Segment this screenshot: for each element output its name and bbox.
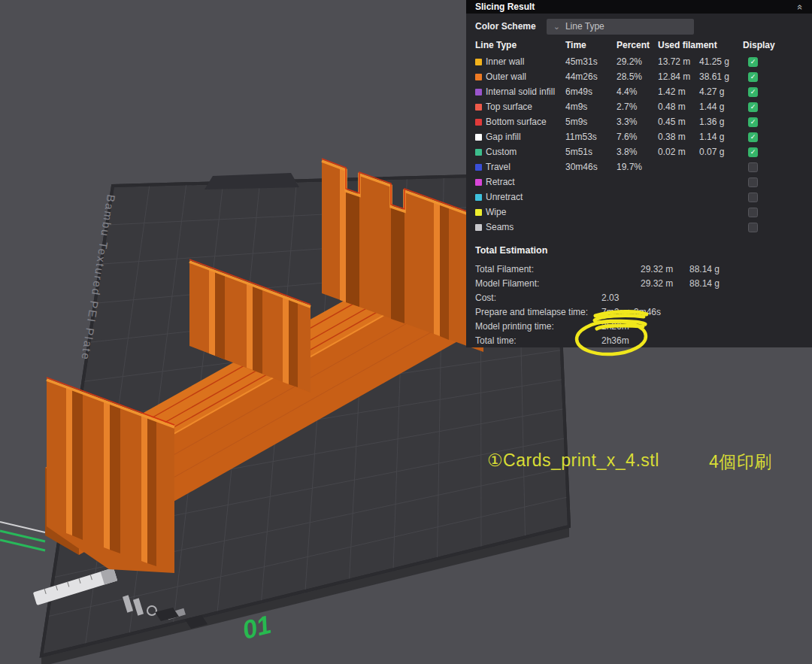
- display-checkbox[interactable]: [748, 162, 758, 172]
- display-checkbox[interactable]: ✓: [748, 57, 758, 67]
- line-type-label: Custom: [486, 147, 565, 157]
- filament-length: 13.72 m: [658, 56, 699, 67]
- filament-length: 12.84 m: [658, 71, 699, 82]
- total-estimation-row: Cost:2.03: [466, 290, 812, 305]
- slicer-app: Bambu Textured PEI Plate 01: [0, 0, 812, 664]
- panel-header: Slicing Result «: [466, 0, 812, 14]
- line-type-row: Unretract: [466, 189, 812, 205]
- header-display: Display: [743, 40, 812, 50]
- total-estimation-row: Prepare and timelapse time:7m2s + 3m46s: [466, 305, 812, 319]
- color-scheme-value: Line Type: [565, 21, 604, 32]
- collapse-panel-icon[interactable]: «: [795, 4, 805, 9]
- line-type-percent: 28.5%: [617, 71, 658, 82]
- header-percent: Percent: [617, 40, 658, 50]
- display-checkbox[interactable]: [748, 223, 758, 232]
- line-type-swatch: [475, 134, 482, 141]
- filament-weight: 1.36 g: [699, 117, 743, 127]
- slicing-result-panel: Slicing Result « Color Scheme ⌄ Line Typ…: [466, 0, 812, 347]
- line-type-row: Seams: [466, 220, 812, 235]
- line-type-label: Travel: [486, 162, 565, 172]
- display-checkbox[interactable]: [748, 208, 758, 217]
- display-checkbox[interactable]: [748, 193, 758, 202]
- line-type-label: Top surface: [486, 102, 565, 112]
- plate-notch: [205, 173, 299, 189]
- color-scheme-row: Color Scheme ⌄ Line Type: [466, 14, 812, 36]
- line-type-label: Gap infill: [486, 132, 565, 142]
- total-estimation-rows: Total Filament:29.32 m88.14 gModel Filam…: [466, 262, 812, 347]
- total-estimation-row: Model Filament:29.32 m88.14 g: [466, 276, 812, 290]
- line-type-row: Wipe: [466, 205, 812, 220]
- total-value-scribbled: 2h26m: [601, 321, 812, 332]
- plate-logo: 01: [240, 610, 274, 644]
- filament-weight: 41.25 g: [699, 56, 743, 67]
- line-type-label: Wipe: [486, 207, 565, 217]
- display-checkbox[interactable]: ✓: [748, 147, 758, 157]
- line-type-swatch: [475, 74, 482, 80]
- line-type-time: 6m49s: [565, 86, 617, 97]
- line-type-time: 44m26s: [565, 71, 617, 82]
- total-label: Model printing time:: [475, 321, 601, 332]
- line-type-swatch: [475, 224, 482, 231]
- line-type-row: Outer wall44m26s28.5%12.84 m38.61 g✓: [466, 69, 812, 84]
- header-used-filament: Used filament: [658, 40, 743, 50]
- filament-length: 0.45 m: [658, 117, 699, 127]
- line-type-percent: 29.2%: [617, 56, 658, 67]
- filament-length: 0.48 m: [658, 102, 699, 112]
- annotation-print-count: 4個印刷: [709, 450, 772, 474]
- total-value: 2.03: [601, 293, 812, 303]
- total-label: Total time:: [475, 335, 601, 346]
- display-checkbox[interactable]: [748, 177, 758, 187]
- header-time: Time: [565, 40, 617, 50]
- color-scheme-select[interactable]: ⌄ Line Type: [547, 19, 694, 35]
- total-filament-weight: 88.14 g: [689, 264, 812, 274]
- chevron-down-icon: ⌄: [553, 24, 560, 29]
- line-type-swatch: [475, 164, 482, 171]
- display-checkbox[interactable]: ✓: [748, 102, 758, 112]
- filament-length: 0.02 m: [658, 147, 699, 157]
- line-type-swatch: [475, 149, 482, 156]
- annotation-filename: ①Cards_print_x_4.stl: [487, 450, 659, 471]
- line-type-percent: 7.6%: [617, 132, 658, 142]
- total-estimation-row: Model printing time:2h26m: [466, 319, 812, 333]
- total-value-circled: 2h36m: [601, 335, 812, 346]
- total-filament-length: 29.32 m: [641, 278, 689, 289]
- line-type-label: Seams: [486, 222, 565, 232]
- line-type-label: Bottom surface: [486, 117, 565, 127]
- line-type-swatch: [475, 194, 482, 201]
- line-type-label: Internal solid infill: [486, 86, 565, 97]
- line-type-label: Unretract: [486, 192, 565, 202]
- filament-length: 0.38 m: [658, 132, 699, 142]
- line-type-percent: 3.8%: [617, 147, 658, 157]
- total-estimation-title: Total Estimation: [466, 235, 812, 262]
- total-filament-length: 29.32 m: [641, 264, 689, 274]
- display-checkbox[interactable]: ✓: [748, 72, 758, 82]
- total-label: Prepare and timelapse time:: [475, 307, 601, 317]
- line-type-row: Custom5m51s3.8%0.02 m0.07 g✓: [466, 144, 812, 159]
- display-checkbox[interactable]: ✓: [748, 132, 758, 142]
- line-type-row: Travel30m46s19.7%: [466, 159, 812, 174]
- line-type-time: 5m51s: [565, 147, 617, 157]
- total-value: 7m2s + 3m46s: [601, 307, 812, 317]
- line-type-time: 4m9s: [565, 102, 617, 112]
- line-type-time: 11m53s: [565, 132, 617, 142]
- line-type-row: Gap infill11m53s7.6%0.38 m1.14 g✓: [466, 129, 812, 144]
- line-type-row: Top surface4m9s2.7%0.48 m1.44 g✓: [466, 99, 812, 114]
- filament-weight: 0.07 g: [699, 147, 743, 157]
- display-checkbox[interactable]: ✓: [748, 87, 758, 97]
- line-type-percent: 19.7%: [617, 162, 658, 172]
- filament-weight: 1.44 g: [699, 102, 743, 112]
- line-type-row: Bottom surface5m9s3.3%0.45 m1.36 g✓: [466, 114, 812, 129]
- display-checkbox[interactable]: ✓: [748, 117, 758, 127]
- filament-weight: 4.27 g: [699, 86, 743, 97]
- line-type-rows: Inner wall45m31s29.2%13.72 m41.25 g✓Oute…: [466, 54, 812, 235]
- filament-length: 1.42 m: [658, 86, 699, 97]
- panel-title: Slicing Result: [475, 2, 535, 12]
- line-type-row: Internal solid infill6m49s4.4%1.42 m4.27…: [466, 84, 812, 99]
- line-type-swatch: [475, 89, 482, 96]
- color-scheme-label: Color Scheme: [475, 21, 536, 32]
- total-estimation-row: Total Filament:29.32 m88.14 g: [466, 262, 812, 276]
- line-type-row: Retract: [466, 174, 812, 189]
- line-type-label: Outer wall: [486, 71, 565, 82]
- line-type-swatch: [475, 209, 482, 216]
- line-type-label: Inner wall: [486, 56, 565, 67]
